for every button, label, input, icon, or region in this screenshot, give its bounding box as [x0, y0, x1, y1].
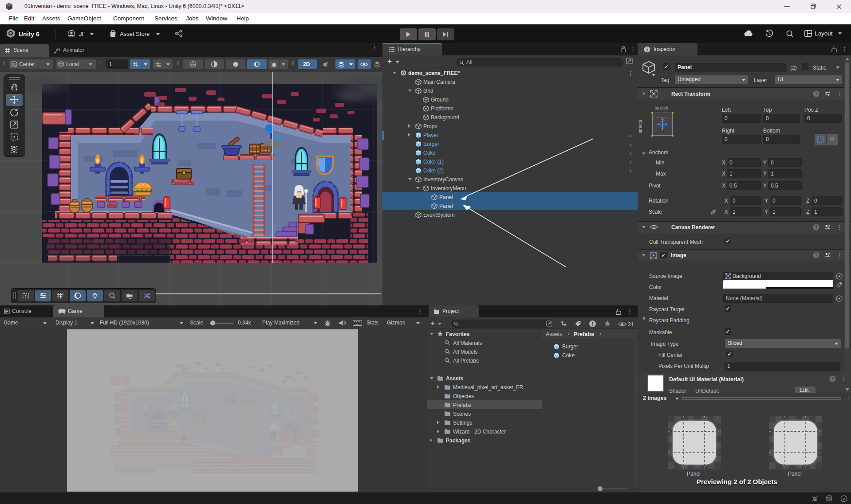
svg-text:?: ?: [831, 376, 834, 381]
svg-text:?: ?: [815, 225, 817, 230]
svg-text:?: ?: [815, 253, 817, 258]
svg-text:Y: Y: [136, 64, 138, 68]
svg-text:?: ?: [815, 91, 817, 96]
